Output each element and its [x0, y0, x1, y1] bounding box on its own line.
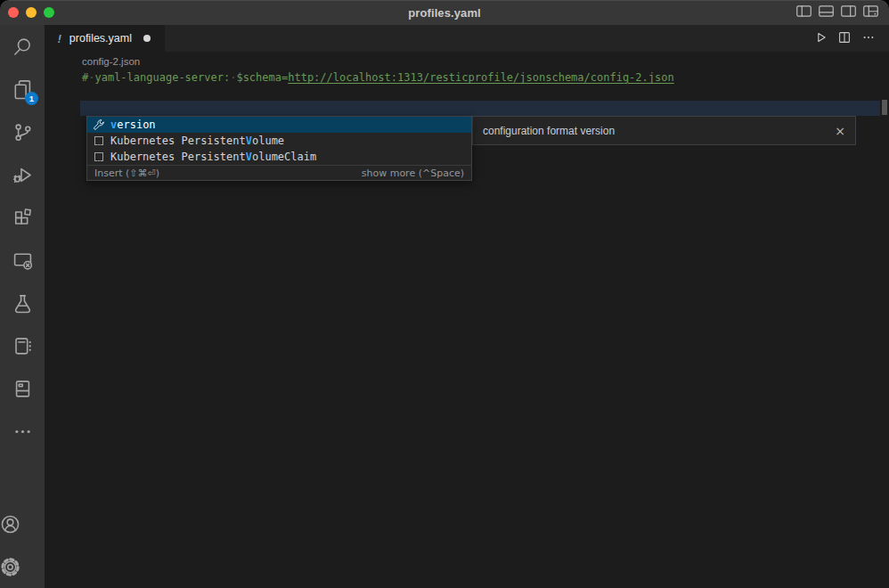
suggest-doc-panel: configuration format version × [472, 116, 856, 145]
snippet-icon [94, 152, 103, 161]
snippet-kind-icon [90, 136, 107, 145]
suggestion-item[interactable]: Kubernetes PersistentVolume [87, 133, 471, 149]
activity-bar-bottom [0, 502, 45, 588]
activity-item-search[interactable] [0, 25, 45, 68]
customize-layout-button[interactable] [862, 5, 878, 20]
window-title: profiles.yaml [0, 6, 889, 20]
activity-item-remote-explorer[interactable] [0, 239, 45, 282]
activity-item-accounts[interactable] [0, 502, 20, 545]
suggestion-item[interactable]: Kubernetes PersistentVolumeClaim [87, 149, 471, 165]
editor-content[interactable]: #·yaml-language-server:·$schema=http://l… [45, 70, 889, 116]
close-icon[interactable]: × [835, 125, 845, 137]
code-comment: #·yaml-language-server:·$schema= [82, 71, 288, 84]
toggle-panel-icon [819, 5, 834, 17]
more-views-icon [12, 421, 33, 442]
toggle-secondary-sidebar-icon [841, 5, 856, 17]
zoom-window-button[interactable] [44, 7, 54, 18]
search-icon [12, 37, 33, 57]
remote-explorer-icon [12, 250, 33, 271]
activity-item-more-views[interactable] [0, 410, 45, 453]
tab-bar: ! profiles.yaml [45, 25, 889, 52]
run-button[interactable] [812, 30, 828, 46]
activity-item-source-control[interactable] [0, 110, 45, 153]
notebook-icon [12, 336, 33, 356]
suggest-insert-hint: Insert (⇧⌘⏎) [94, 167, 159, 179]
traffic-lights [0, 7, 54, 18]
suggestion-list: versionKubernetes PersistentVolumeKubern… [87, 117, 471, 165]
activity-item-notebook[interactable] [0, 324, 45, 367]
activity-item-containers[interactable] [0, 367, 45, 410]
snippet-icon [94, 136, 103, 145]
yaml-file-icon: ! [56, 32, 63, 45]
suggest-status-bar: Insert (⇧⌘⏎) show more (^Space) [87, 165, 471, 180]
toggle-primary-sidebar-button[interactable] [795, 5, 812, 20]
suggestion-label: Kubernetes PersistentVolume [110, 135, 284, 147]
toggle-primary-sidebar-icon [796, 5, 812, 17]
activity-item-testing[interactable] [0, 282, 45, 324]
vscode-window: profiles.yaml 1 ! profiles.yaml config-2… [0, 0, 889, 588]
editor-group: ! profiles.yaml config-2.json #·yaml-lan… [45, 25, 889, 588]
extensions-icon [12, 208, 33, 228]
breadcrumb: config-2.json [45, 52, 889, 70]
suggest-widget: versionKubernetes PersistentVolumeKubern… [86, 116, 472, 181]
minimize-window-button[interactable] [26, 7, 37, 18]
source-control-icon [12, 122, 33, 143]
activity-item-explorer[interactable]: 1 [0, 68, 45, 110]
suggestion-label: Kubernetes PersistentVolumeClaim [110, 151, 316, 163]
customize-layout-icon [863, 5, 878, 17]
run-icon [813, 30, 828, 45]
property-kind-icon [90, 118, 107, 131]
suggestion-item[interactable]: version [87, 117, 471, 133]
settings-icon [0, 557, 20, 577]
suggest-show-more-hint[interactable]: show more (^Space) [362, 167, 464, 179]
activity-item-run-and-debug[interactable] [0, 153, 45, 196]
code-line-comment: #·yaml-language-server:·$schema=http://l… [45, 70, 889, 86]
close-window-button[interactable] [8, 7, 19, 18]
wrench-icon [93, 118, 105, 131]
code-line-empty [45, 86, 889, 101]
split-editor-icon [837, 30, 852, 45]
activity-item-extensions[interactable] [0, 196, 45, 239]
snippet-kind-icon [90, 152, 107, 161]
run-and-debug-icon [12, 165, 33, 185]
overview-ruler-marker [882, 100, 887, 115]
window-titlebar: profiles.yaml [0, 0, 889, 25]
more-actions-icon [861, 30, 876, 45]
activity-bar: 1 [0, 25, 45, 588]
more-actions-button[interactable] [860, 30, 877, 46]
tab-label: profiles.yaml [69, 32, 132, 45]
toggle-panel-button[interactable] [818, 5, 834, 20]
containers-icon [12, 379, 33, 399]
suggestion-label: version [110, 118, 156, 131]
modified-indicator [143, 35, 151, 42]
accounts-icon [0, 514, 20, 535]
activity-badge: 1 [25, 92, 38, 105]
layout-controls [795, 5, 889, 20]
testing-icon [12, 293, 33, 314]
split-editor-button[interactable] [836, 30, 852, 46]
breadcrumb-item[interactable]: config-2.json [82, 56, 140, 67]
schema-url-link[interactable]: http://localhost:1313/resticprofile/json… [288, 71, 673, 84]
activity-item-settings[interactable] [0, 545, 20, 588]
tab-profiles-yaml[interactable]: ! profiles.yaml [45, 25, 165, 52]
suggest-doc-text: configuration format version [483, 125, 615, 137]
editor-actions [812, 25, 889, 52]
code-line-current: v [45, 101, 889, 116]
toggle-secondary-sidebar-button[interactable] [840, 5, 856, 20]
